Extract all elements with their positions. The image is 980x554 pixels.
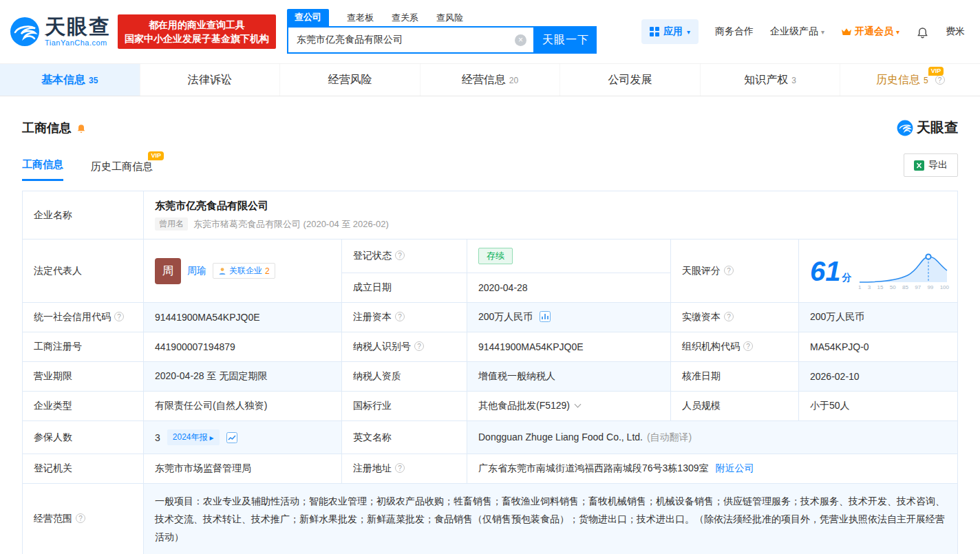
subtab-label: 历史工商信息 [91, 160, 153, 172]
tab-company-development[interactable]: 公司发展 [560, 64, 701, 96]
apps-menu[interactable]: 应用 ▾ [641, 19, 699, 44]
menu-business-cooperation[interactable]: 商务合作 [715, 25, 754, 38]
apps-label: 应用 [663, 25, 683, 38]
search-input[interactable] [295, 34, 515, 46]
menu-enterprise-products[interactable]: 企业级产品 ▾ [770, 25, 824, 38]
score-unit: 分 [842, 272, 852, 283]
establish-date-value: 2020-04-28 [467, 273, 671, 303]
legal-rep-cell: 周 周瑜 关联企业 2 [144, 239, 342, 303]
status-badge: 存续 [478, 248, 513, 264]
tab-label: 历史信息 [876, 73, 920, 87]
arrow-right-icon: ▸ [210, 433, 214, 443]
subtab-history-business-info[interactable]: VIP 历史工商信息 [91, 160, 153, 181]
auto-translate-note: (自动翻译) [647, 432, 692, 443]
paid-capital-label-text: 实缴资本 [682, 311, 721, 322]
help-icon[interactable]: ? [395, 251, 405, 260]
taxpayer-id-label: 纳税人识别号? [342, 332, 467, 362]
tab-label: 法律诉讼 [188, 73, 232, 87]
insured-cell: 3 2024年报 ▸ [144, 421, 342, 454]
reg-address-label: 注册地址? [342, 454, 467, 484]
score-chart: 131550859799100 [858, 252, 949, 290]
notification-bell-icon[interactable] [916, 25, 929, 39]
subscribe-bell-icon[interactable] [76, 122, 87, 134]
table-row-insured: 参保人数 3 2024年报 ▸ 英文名称 Dongguan Zhuge Lian… [23, 421, 958, 454]
tab-history-info[interactable]: VIP 历史信息 5 ? [840, 64, 980, 96]
chevron-down-icon: ▾ [896, 28, 899, 36]
score-value-wrap: 61分 [810, 257, 852, 285]
related-companies-count: 2 [265, 266, 270, 276]
business-scope-cell: 一般项目：农业专业及辅助性活动；智能农业管理；初级农产品收购；牲畜销售；畜牧渔业… [144, 484, 958, 554]
tab-legal-proceedings[interactable]: 法律诉讼 [140, 64, 281, 96]
legal-rep-name-link[interactable]: 周瑜 [187, 265, 206, 277]
annual-report-badge[interactable]: 2024年报 ▸ [167, 429, 220, 445]
tab-operating-risk[interactable]: 经营风险 [280, 64, 420, 96]
reg-capital-cell: 200万人民币 [467, 303, 671, 332]
related-person-icon [218, 267, 226, 275]
help-icon[interactable]: ? [395, 463, 405, 473]
search-button[interactable]: 天眼一下 [535, 26, 597, 54]
org-code-value: MA54KPJQ-0 [799, 332, 958, 362]
capital-compare-icon[interactable] [540, 311, 551, 322]
annual-report-label: 2024年报 [173, 432, 208, 443]
reg-status-cell: 存续 [467, 239, 671, 273]
org-code-label-text: 组织机构代码 [682, 341, 740, 352]
chevron-down-icon: ▾ [687, 28, 690, 36]
credit-code-label-text: 统一社会信用代码 [34, 311, 111, 322]
tianyancha-logo[interactable]: 天眼查 TianYanCha.com [10, 17, 111, 47]
staff-size-value: 小于50人 [799, 392, 958, 421]
taxpayer-id-label-text: 纳税人识别号 [353, 341, 411, 352]
tab-count: 20 [509, 76, 518, 85]
related-companies-badge[interactable]: 关联企业 2 [213, 263, 275, 279]
score-curve-icon [858, 252, 949, 284]
search-tab-boss[interactable]: 查老板 [347, 12, 374, 26]
related-companies-label: 关联企业 [229, 265, 262, 277]
search-input-wrap: × [287, 26, 535, 54]
legal-rep-label: 法定代表人 [23, 239, 144, 303]
tab-label: 经营风险 [328, 73, 372, 87]
menu-open-vip[interactable]: 开通会员 ▾ [841, 25, 899, 38]
search-tabs: 查公司 查老板 查关系 查风险 [287, 10, 597, 26]
table-row-legal-rep: 法定代表人 周 周瑜 关联企业 2 登记状态? [23, 239, 958, 273]
search-tab-risk[interactable]: 查风险 [436, 12, 463, 26]
tab-basic-info[interactable]: 基本信息 35 [0, 64, 140, 96]
company-type-value: 有限责任公司(自然人独资) [144, 392, 342, 421]
reg-number-value: 441900007194879 [144, 332, 342, 362]
legal-rep-avatar[interactable]: 周 [155, 258, 181, 284]
help-icon[interactable]: ? [114, 312, 124, 321]
reg-status-label-text: 登记状态 [353, 250, 392, 261]
promo-banner-line1: 都在用的商业查询工具 [125, 18, 269, 32]
help-icon[interactable]: ? [724, 312, 734, 321]
score-label-text: 天眼评分 [682, 265, 721, 276]
former-name-value: 东莞市猪葛亮食品有限公司 (2020-04 至 2026-02) [193, 218, 389, 231]
subtab-business-info[interactable]: 工商信息 [22, 158, 63, 181]
help-icon[interactable]: ? [935, 75, 945, 85]
open-vip-label: 开通会员 [855, 25, 893, 38]
company-name-value: 东莞市亿亮食品有限公司 [155, 200, 946, 213]
help-icon[interactable]: ? [743, 341, 753, 351]
company-name-label: 企业名称 [23, 191, 144, 239]
search-tab-relation[interactable]: 查关系 [392, 12, 418, 26]
nearby-companies-link[interactable]: 附近公司 [716, 462, 754, 473]
tab-count: 5 [924, 76, 928, 85]
topbar: 天眼查 TianYanCha.com 都在用的商业查询工具 国家中小企业发展子基… [0, 0, 980, 63]
chevron-down-icon[interactable] [575, 401, 582, 408]
reg-address-value: 广东省东莞市南城街道鸿福西路南城段76号3栋1309室 [478, 462, 709, 473]
paid-capital-value: 200万人民币 [799, 303, 958, 332]
reg-authority-label: 登记机关 [23, 454, 144, 484]
score-label: 天眼评分? [671, 239, 799, 303]
search-tab-company[interactable]: 查公司 [287, 9, 329, 26]
help-icon[interactable]: ? [395, 312, 405, 321]
help-icon[interactable]: ? [76, 513, 85, 523]
help-icon[interactable]: ? [414, 341, 424, 351]
tab-intellectual-property[interactable]: 知识产权 3 [701, 64, 841, 96]
reg-authority-value: 东莞市市场监督管理局 [144, 454, 342, 484]
staff-size-label: 人员规模 [671, 392, 799, 421]
insured-trend-icon[interactable] [226, 432, 237, 443]
tab-operating-info[interactable]: 经营信息 20 [420, 64, 561, 96]
tianyancha-watermark-icon [897, 120, 913, 136]
clear-search-icon[interactable]: × [515, 34, 526, 46]
help-icon[interactable]: ? [724, 266, 734, 275]
business-scope-label: 经营范围? [23, 484, 144, 554]
user-name[interactable]: 费米 [946, 25, 965, 38]
export-button[interactable]: 导出 [904, 153, 958, 177]
